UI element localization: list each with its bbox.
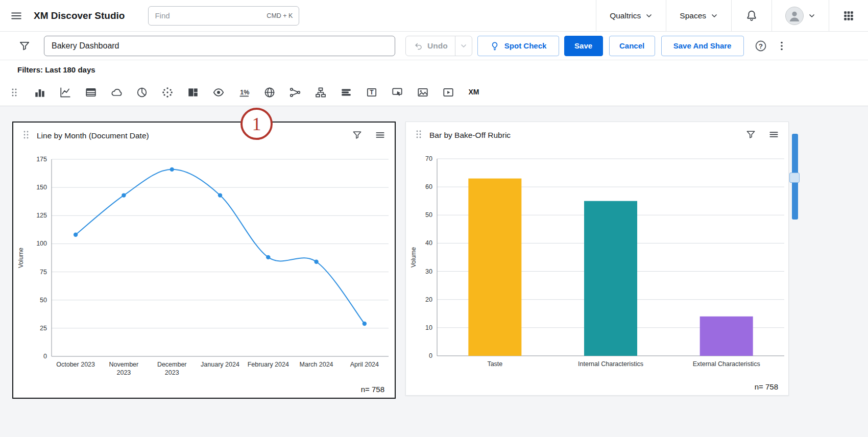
svg-text:150: 150 xyxy=(36,184,47,191)
widget-menu-button[interactable] xyxy=(768,129,779,141)
svg-text:March 2024: March 2024 xyxy=(300,361,333,368)
svg-text:October 2023: October 2023 xyxy=(56,361,95,368)
qualtrics-menu[interactable]: Qualtrics xyxy=(596,0,666,32)
topbar-right: Qualtrics Spaces xyxy=(596,0,868,32)
search-input[interactable] xyxy=(155,11,262,20)
line-chart-widget[interactable]: Line by Month (Document Date) 0255075100… xyxy=(12,122,396,399)
svg-text:1%: 1% xyxy=(240,88,249,95)
spot-check-button[interactable]: Spot Check xyxy=(477,36,559,56)
svg-text:10: 10 xyxy=(425,324,432,331)
bell-icon xyxy=(745,9,758,22)
hamburger-icon xyxy=(10,10,22,22)
svg-text:?: ? xyxy=(758,42,762,50)
svg-text:November2023: November2023 xyxy=(109,361,139,376)
undo-button[interactable]: Undo xyxy=(406,36,455,56)
line-chart-icon[interactable] xyxy=(58,85,73,100)
person-icon xyxy=(787,8,802,23)
widget-toolbar: 1% T XM xyxy=(0,79,868,106)
spot-check-label: Spot Check xyxy=(504,41,547,50)
annotation-number: 1 xyxy=(252,113,261,135)
main-menu-button[interactable] xyxy=(8,8,25,24)
svg-text:April 2024: April 2024 xyxy=(350,361,379,368)
undo-history-button[interactable] xyxy=(455,36,472,56)
widget-drag-handle-icon[interactable] xyxy=(415,129,422,141)
bar-chart: 010203040506070VolumeTasteInternal Chara… xyxy=(407,149,787,381)
help-button[interactable]: ? xyxy=(753,38,768,54)
undo-group: Undo xyxy=(405,36,472,56)
toolbar-drag-handle-icon[interactable] xyxy=(7,85,21,100)
text-box-icon[interactable]: T xyxy=(365,85,379,100)
widget-drag-handle-icon[interactable] xyxy=(22,130,30,142)
widget-menu-button[interactable] xyxy=(375,130,385,142)
network-icon[interactable] xyxy=(288,85,302,100)
widget-filter-button[interactable] xyxy=(352,130,363,142)
svg-text:February 2024: February 2024 xyxy=(248,361,289,368)
bar-chart-icon[interactable] xyxy=(33,85,47,100)
top-bar: XM Discover Studio CMD + K Qualtrics Spa… xyxy=(0,0,868,32)
bar-chart-widget[interactable]: Bar by Bake-Off Rubric 010203040506070Vo… xyxy=(405,122,789,396)
widget-menu-icon xyxy=(768,129,779,140)
metric-icon[interactable]: 1% xyxy=(237,85,251,100)
more-options-button[interactable] xyxy=(775,38,789,54)
sample-size-label: n= 758 xyxy=(361,385,384,394)
avatar xyxy=(785,7,804,25)
cancel-button[interactable]: Cancel xyxy=(609,36,655,56)
svg-text:70: 70 xyxy=(425,155,432,162)
svg-text:75: 75 xyxy=(40,269,47,276)
svg-text:Volume: Volume xyxy=(17,248,25,268)
image-icon[interactable] xyxy=(416,85,430,100)
app-title: XM Discover Studio xyxy=(34,10,125,21)
world-map-icon[interactable] xyxy=(262,85,277,100)
xm-logo-icon[interactable]: XM xyxy=(467,85,481,100)
svg-text:T: T xyxy=(370,89,374,96)
word-cloud-icon[interactable] xyxy=(109,85,124,100)
save-and-share-button[interactable]: Save And Share xyxy=(661,36,744,56)
save-button[interactable]: Save xyxy=(564,36,603,56)
svg-text:30: 30 xyxy=(425,268,432,275)
svg-text:20: 20 xyxy=(425,296,432,303)
dashboard-name-input[interactable] xyxy=(44,36,395,56)
svg-text:25: 25 xyxy=(40,325,47,332)
filters-summary: Filters: Last 180 days xyxy=(17,65,95,74)
global-search[interactable]: CMD + K xyxy=(148,6,299,26)
lightbulb-icon xyxy=(490,41,500,51)
spaces-menu[interactable]: Spaces xyxy=(666,0,731,32)
apps-grid-icon xyxy=(842,10,855,22)
widget-title: Bar by Bake-Off Rubric xyxy=(429,131,511,140)
widget-header: Line by Month (Document Date) xyxy=(13,123,395,149)
dashboard-filter-button[interactable] xyxy=(17,39,32,53)
treemap-icon[interactable] xyxy=(186,85,200,100)
svg-text:Internal Characteristics: Internal Characteristics xyxy=(578,360,643,368)
dashboard-canvas: Line by Month (Document Date) 0255075100… xyxy=(0,106,868,437)
svg-text:125: 125 xyxy=(36,212,47,219)
table-icon[interactable] xyxy=(84,85,98,100)
qualtrics-menu-label: Qualtrics xyxy=(610,11,641,20)
edit-bar: Undo Spot Check Save Cancel Save And Sha… xyxy=(0,32,868,60)
svg-text:XM: XM xyxy=(469,88,479,96)
hierarchy-icon[interactable] xyxy=(314,85,328,100)
svg-text:December2023: December2023 xyxy=(157,361,187,376)
label-callout-icon[interactable] xyxy=(390,85,404,100)
preview-eye-icon[interactable] xyxy=(211,85,226,100)
undo-label: Undo xyxy=(427,41,448,51)
svg-text:Volume: Volume xyxy=(410,247,417,268)
chevron-down-icon xyxy=(645,12,653,19)
svg-text:40: 40 xyxy=(425,239,432,247)
search-shortcut-hint: CMD + K xyxy=(267,12,293,19)
chevron-down-icon xyxy=(711,12,718,19)
video-icon[interactable] xyxy=(441,85,455,100)
account-menu[interactable] xyxy=(771,0,829,32)
notifications-button[interactable] xyxy=(731,0,771,32)
help-icon: ? xyxy=(754,39,767,53)
svg-text:50: 50 xyxy=(425,211,432,218)
filter-funnel-icon xyxy=(745,129,756,140)
apps-menu[interactable] xyxy=(829,0,868,32)
scrollbar-notch[interactable] xyxy=(789,173,800,183)
spaces-menu-label: Spaces xyxy=(680,11,706,20)
widget-filter-button[interactable] xyxy=(745,129,756,141)
stacked-bars-icon[interactable] xyxy=(339,85,353,100)
filter-funnel-icon xyxy=(18,40,31,52)
scatter-icon[interactable] xyxy=(160,85,175,100)
pie-chart-icon[interactable] xyxy=(135,85,149,100)
chevron-down-icon xyxy=(460,42,467,50)
